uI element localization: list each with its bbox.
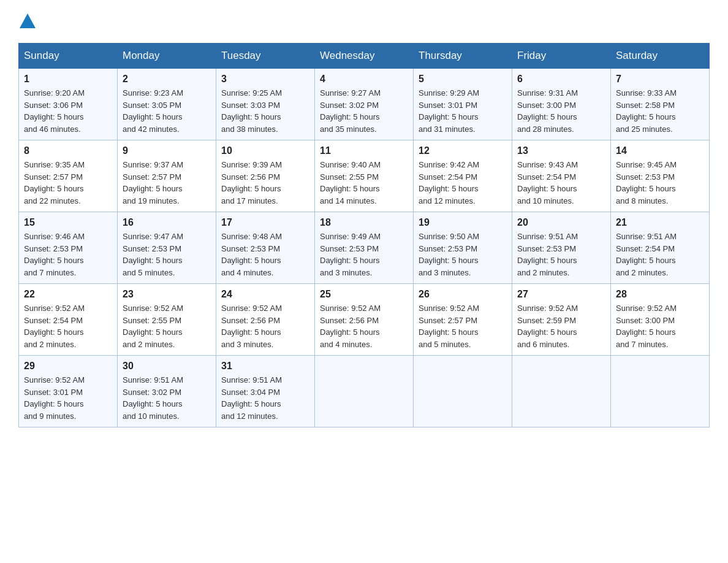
calendar-cell: 19Sunrise: 9:50 AMSunset: 2:53 PMDayligh…: [414, 212, 512, 284]
calendar-cell: 21Sunrise: 9:51 AMSunset: 2:54 PMDayligh…: [611, 212, 710, 284]
calendar-cell: 15Sunrise: 9:46 AMSunset: 2:53 PMDayligh…: [19, 212, 118, 284]
day-info: Sunrise: 9:48 AMSunset: 2:53 PMDaylight:…: [221, 231, 309, 278]
day-info: Sunrise: 9:52 AMSunset: 2:54 PMDaylight:…: [24, 302, 112, 350]
day-number: 31: [221, 361, 309, 372]
day-info: Sunrise: 9:45 AMSunset: 2:53 PMDaylight:…: [616, 159, 704, 207]
day-number: 20: [517, 217, 605, 228]
calendar-cell: 28Sunrise: 9:52 AMSunset: 3:00 PMDayligh…: [611, 284, 710, 356]
day-number: 1: [24, 74, 112, 85]
day-number: 30: [123, 361, 211, 372]
calendar-cell: 5Sunrise: 9:29 AMSunset: 3:01 PMDaylight…: [414, 69, 512, 140]
svg-marker-0: [20, 13, 36, 28]
day-info: Sunrise: 9:42 AMSunset: 2:54 PMDaylight:…: [419, 159, 507, 207]
day-number: 22: [24, 289, 112, 300]
calendar-cell: [611, 356, 710, 427]
calendar-cell: 13Sunrise: 9:43 AMSunset: 2:54 PMDayligh…: [512, 140, 611, 212]
calendar-week-row: 8Sunrise: 9:35 AMSunset: 2:57 PMDaylight…: [19, 140, 710, 212]
column-header-thursday: Thursday: [414, 44, 512, 69]
calendar-cell: 4Sunrise: 9:27 AMSunset: 3:02 PMDaylight…: [315, 69, 414, 140]
day-number: 9: [123, 145, 211, 156]
day-number: 27: [517, 289, 605, 300]
calendar-cell: 20Sunrise: 9:51 AMSunset: 2:53 PMDayligh…: [512, 212, 611, 284]
calendar-cell: 31Sunrise: 9:51 AMSunset: 3:04 PMDayligh…: [216, 356, 315, 427]
calendar-cell: 6Sunrise: 9:31 AMSunset: 3:00 PMDaylight…: [512, 69, 611, 140]
day-info: Sunrise: 9:52 AMSunset: 2:55 PMDaylight:…: [123, 302, 211, 350]
calendar-cell: 24Sunrise: 9:52 AMSunset: 2:56 PMDayligh…: [216, 284, 315, 356]
day-number: 11: [320, 145, 408, 156]
calendar-cell: 17Sunrise: 9:48 AMSunset: 2:53 PMDayligh…: [216, 212, 315, 284]
calendar-cell: 3Sunrise: 9:25 AMSunset: 3:03 PMDaylight…: [216, 69, 315, 140]
logo: [18, 12, 37, 31]
calendar-cell: 25Sunrise: 9:52 AMSunset: 2:56 PMDayligh…: [315, 284, 414, 356]
calendar-week-row: 29Sunrise: 9:52 AMSunset: 3:01 PMDayligh…: [19, 356, 710, 427]
calendar-week-row: 15Sunrise: 9:46 AMSunset: 2:53 PMDayligh…: [19, 212, 710, 284]
day-info: Sunrise: 9:51 AMSunset: 3:04 PMDaylight:…: [221, 374, 309, 422]
day-info: Sunrise: 9:27 AMSunset: 3:02 PMDaylight:…: [320, 87, 408, 135]
day-number: 29: [24, 361, 112, 372]
day-info: Sunrise: 9:51 AMSunset: 2:54 PMDaylight:…: [616, 231, 704, 278]
calendar-table: SundayMondayTuesdayWednesdayThursdayFrid…: [18, 43, 710, 427]
calendar-cell: 26Sunrise: 9:52 AMSunset: 2:57 PMDayligh…: [414, 284, 512, 356]
column-header-monday: Monday: [118, 44, 216, 69]
calendar-week-row: 22Sunrise: 9:52 AMSunset: 2:54 PMDayligh…: [19, 284, 710, 356]
calendar-cell: 22Sunrise: 9:52 AMSunset: 2:54 PMDayligh…: [19, 284, 118, 356]
day-info: Sunrise: 9:52 AMSunset: 3:01 PMDaylight:…: [24, 374, 112, 422]
day-number: 12: [419, 145, 507, 156]
calendar-cell: 8Sunrise: 9:35 AMSunset: 2:57 PMDaylight…: [19, 140, 118, 212]
day-number: 18: [320, 217, 408, 228]
column-header-tuesday: Tuesday: [216, 44, 315, 69]
day-number: 17: [221, 217, 309, 228]
day-info: Sunrise: 9:52 AMSunset: 2:59 PMDaylight:…: [517, 302, 605, 350]
day-number: 7: [616, 74, 704, 85]
day-number: 8: [24, 145, 112, 156]
day-info: Sunrise: 9:37 AMSunset: 2:57 PMDaylight:…: [123, 159, 211, 207]
day-number: 28: [616, 289, 704, 300]
calendar-cell: 16Sunrise: 9:47 AMSunset: 2:53 PMDayligh…: [118, 212, 216, 284]
column-header-sunday: Sunday: [19, 44, 118, 69]
calendar-cell: [512, 356, 611, 427]
day-number: 16: [123, 217, 211, 228]
column-header-saturday: Saturday: [611, 44, 710, 69]
day-info: Sunrise: 9:47 AMSunset: 2:53 PMDaylight:…: [123, 231, 211, 278]
column-header-friday: Friday: [512, 44, 611, 69]
calendar-cell: [414, 356, 512, 427]
day-info: Sunrise: 9:35 AMSunset: 2:57 PMDaylight:…: [24, 159, 112, 207]
day-info: Sunrise: 9:52 AMSunset: 2:56 PMDaylight:…: [221, 302, 309, 350]
day-info: Sunrise: 9:51 AMSunset: 3:02 PMDaylight:…: [123, 374, 211, 422]
calendar-cell: 23Sunrise: 9:52 AMSunset: 2:55 PMDayligh…: [118, 284, 216, 356]
day-info: Sunrise: 9:50 AMSunset: 2:53 PMDaylight:…: [419, 231, 507, 278]
day-number: 15: [24, 217, 112, 228]
day-number: 14: [616, 145, 704, 156]
calendar-cell: [315, 356, 414, 427]
day-number: 24: [221, 289, 309, 300]
column-header-wednesday: Wednesday: [315, 44, 414, 69]
day-info: Sunrise: 9:29 AMSunset: 3:01 PMDaylight:…: [419, 87, 507, 135]
day-number: 3: [221, 74, 309, 85]
calendar-cell: 10Sunrise: 9:39 AMSunset: 2:56 PMDayligh…: [216, 140, 315, 212]
day-number: 21: [616, 217, 704, 228]
day-info: Sunrise: 9:25 AMSunset: 3:03 PMDaylight:…: [221, 87, 309, 135]
day-info: Sunrise: 9:52 AMSunset: 2:56 PMDaylight:…: [320, 302, 408, 350]
calendar-cell: 27Sunrise: 9:52 AMSunset: 2:59 PMDayligh…: [512, 284, 611, 356]
day-info: Sunrise: 9:20 AMSunset: 3:06 PMDaylight:…: [24, 87, 112, 135]
day-info: Sunrise: 9:39 AMSunset: 2:56 PMDaylight:…: [221, 159, 309, 207]
calendar-cell: 9Sunrise: 9:37 AMSunset: 2:57 PMDaylight…: [118, 140, 216, 212]
day-info: Sunrise: 9:33 AMSunset: 2:58 PMDaylight:…: [616, 87, 704, 135]
calendar-cell: 7Sunrise: 9:33 AMSunset: 2:58 PMDaylight…: [611, 69, 710, 140]
day-info: Sunrise: 9:49 AMSunset: 2:53 PMDaylight:…: [320, 231, 408, 278]
day-info: Sunrise: 9:46 AMSunset: 2:53 PMDaylight:…: [24, 231, 112, 278]
day-number: 26: [419, 289, 507, 300]
calendar-cell: 29Sunrise: 9:52 AMSunset: 3:01 PMDayligh…: [19, 356, 118, 427]
day-number: 6: [517, 74, 605, 85]
day-info: Sunrise: 9:23 AMSunset: 3:05 PMDaylight:…: [123, 87, 211, 135]
calendar-cell: 30Sunrise: 9:51 AMSunset: 3:02 PMDayligh…: [118, 356, 216, 427]
day-info: Sunrise: 9:43 AMSunset: 2:54 PMDaylight:…: [517, 159, 605, 207]
day-info: Sunrise: 9:31 AMSunset: 3:00 PMDaylight:…: [517, 87, 605, 135]
day-number: 23: [123, 289, 211, 300]
day-number: 4: [320, 74, 408, 85]
day-number: 19: [419, 217, 507, 228]
calendar-cell: 11Sunrise: 9:40 AMSunset: 2:55 PMDayligh…: [315, 140, 414, 212]
calendar-cell: 12Sunrise: 9:42 AMSunset: 2:54 PMDayligh…: [414, 140, 512, 212]
day-number: 13: [517, 145, 605, 156]
day-info: Sunrise: 9:51 AMSunset: 2:53 PMDaylight:…: [517, 231, 605, 278]
